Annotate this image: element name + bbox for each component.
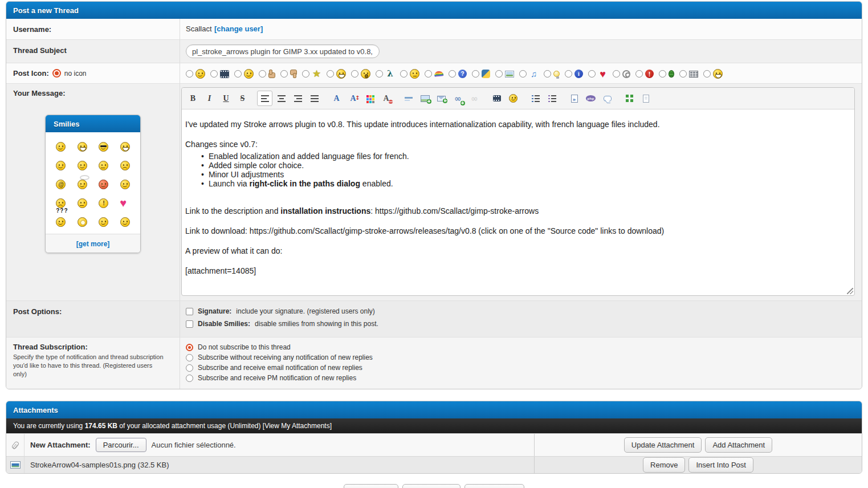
smiley-sleepy[interactable] <box>99 215 108 227</box>
view-attachments-link[interactable]: [View My Attachments] <box>263 422 332 430</box>
smiley-heart[interactable] <box>120 197 130 208</box>
post-icon-radio-music[interactable] <box>519 70 527 78</box>
post-icon-radio-question[interactable] <box>449 70 456 78</box>
font-button[interactable] <box>329 91 344 106</box>
post-icon-radio-heart[interactable] <box>588 70 596 78</box>
smiley-huh[interactable] <box>56 215 66 227</box>
subscription-label-cell: Thread Subscription: Specify the type of… <box>6 337 180 389</box>
link-icon <box>454 94 463 103</box>
post-icon-radio-python[interactable] <box>472 70 479 78</box>
smiley-idea[interactable] <box>78 215 87 227</box>
bold-button[interactable] <box>185 91 201 106</box>
smiley-grin[interactable] <box>120 140 130 152</box>
post-icon-radio-thumbsup[interactable] <box>259 70 266 78</box>
post-icon-radio-star[interactable] <box>302 70 309 78</box>
smiley-biggrin[interactable] <box>78 140 87 152</box>
message-paragraph: I've updated my Stroke arrows plugin to … <box>185 119 851 131</box>
post-options-list: Signature:include your signature. (regis… <box>180 301 862 337</box>
editor-content[interactable]: I've updated my Stroke arrows plugin to … <box>182 109 854 295</box>
post-icon-radio-exclamation[interactable] <box>635 70 643 78</box>
post-option-checkbox-1[interactable] <box>186 320 193 328</box>
post-thread-button[interactable]: Post Thread <box>344 484 399 488</box>
smiley-angry[interactable] <box>99 178 108 189</box>
video-button[interactable] <box>489 91 504 106</box>
maximize-button[interactable] <box>622 91 637 106</box>
smiley-angel[interactable] <box>78 178 87 189</box>
align-right-button[interactable] <box>290 91 305 106</box>
smiley-tongue[interactable] <box>56 159 66 170</box>
post-icon-radio-tongue[interactable] <box>234 70 242 78</box>
size-button[interactable] <box>345 91 361 106</box>
link-button[interactable] <box>450 91 466 106</box>
quote-button[interactable] <box>600 91 615 106</box>
blush-smiley-icon <box>120 180 130 189</box>
post-icon-radio-wink[interactable] <box>186 70 193 78</box>
subscription-radio-1[interactable] <box>186 354 193 361</box>
align-left-button[interactable] <box>257 91 272 106</box>
bullet-list-button[interactable] <box>528 91 543 106</box>
align-justify-button[interactable] <box>307 91 322 106</box>
resize-grip[interactable] <box>847 288 853 294</box>
smiley-cool[interactable] <box>99 140 108 152</box>
update-attachment-button[interactable]: Update Attachment <box>624 437 702 453</box>
music-icon: ♫ <box>529 69 539 79</box>
smiley-exclamation[interactable] <box>99 197 108 208</box>
post-icon-radio-lambda[interactable] <box>376 70 383 78</box>
php-button[interactable] <box>583 91 598 106</box>
align-center-button[interactable] <box>274 91 289 106</box>
post-icon-radio-info[interactable] <box>565 70 572 78</box>
email-button[interactable] <box>434 91 449 106</box>
post-icon-radio-shocked[interactable] <box>351 70 358 78</box>
image-button[interactable] <box>417 91 433 106</box>
smiley-blush[interactable] <box>120 178 130 189</box>
subscription-radio-0[interactable] <box>186 344 193 351</box>
italic-button[interactable] <box>202 91 217 106</box>
post-option-checkbox-0[interactable] <box>186 308 193 315</box>
message-text: Link to download: https://github.com/Sca… <box>185 226 664 235</box>
smiley-wink[interactable] <box>120 215 130 227</box>
post-icon-radio-thumbsdown[interactable] <box>280 70 288 78</box>
insert-into-post-button[interactable]: Insert Into Post <box>688 457 753 473</box>
subscription-radio-2[interactable] <box>186 364 193 372</box>
remove-attachment-button[interactable]: Remove <box>643 457 685 473</box>
browse-button[interactable]: Parcourir... <box>96 438 146 452</box>
brick-icon <box>689 71 698 78</box>
post-icon-radio-huh[interactable] <box>400 70 407 78</box>
emoticon-button[interactable] <box>506 91 521 106</box>
subscription-radio-3[interactable] <box>186 375 193 382</box>
color-button[interactable] <box>362 91 377 106</box>
post-icon-option-bug <box>659 70 674 78</box>
save-as-draft-button[interactable]: Save as Draft <box>464 484 524 488</box>
smiley-undecided[interactable] <box>56 197 66 208</box>
post-icon-radio-brick[interactable] <box>679 70 687 78</box>
remove-format-button[interactable] <box>378 91 394 106</box>
smiley-dodgy[interactable] <box>78 197 87 208</box>
message-text: Added simple color choice. <box>209 161 304 170</box>
no-icon-radio[interactable] <box>52 69 61 78</box>
preview-post-button[interactable]: Preview Post <box>402 484 461 488</box>
source-button[interactable] <box>638 91 654 106</box>
change-user-link[interactable]: [change user] <box>214 25 263 33</box>
horizontal-rule-button[interactable] <box>401 91 416 106</box>
underline-button[interactable] <box>218 91 234 106</box>
post-icon-radio-lightbulb[interactable] <box>544 70 551 78</box>
add-attachment-button[interactable]: Add Attachment <box>705 437 772 453</box>
code-button[interactable] <box>567 91 582 106</box>
smiley-smile[interactable] <box>56 140 66 152</box>
post-icon-radio-photo[interactable] <box>495 70 503 78</box>
post-icon-radio-rainbow[interactable] <box>425 70 432 78</box>
post-icon-radio-grin[interactable] <box>703 70 711 78</box>
get-more-link[interactable]: [get more] <box>76 240 110 248</box>
post-icon-radio-spiral[interactable] <box>613 70 620 78</box>
subject-input[interactable] <box>186 44 380 58</box>
smiley-lol[interactable] <box>78 159 87 170</box>
post-icon-radio-bug[interactable] <box>659 70 666 78</box>
smiley-at[interactable] <box>56 178 66 189</box>
toolbar-group-1 <box>257 91 322 106</box>
post-icon-radio-biggrin[interactable] <box>327 70 334 78</box>
smiley-sad[interactable] <box>120 159 130 170</box>
ordered-list-button[interactable] <box>544 91 560 106</box>
smiley-rolleyes[interactable] <box>99 159 108 170</box>
post-icon-radio-film[interactable] <box>210 70 218 78</box>
strikethrough-button[interactable] <box>235 91 250 106</box>
